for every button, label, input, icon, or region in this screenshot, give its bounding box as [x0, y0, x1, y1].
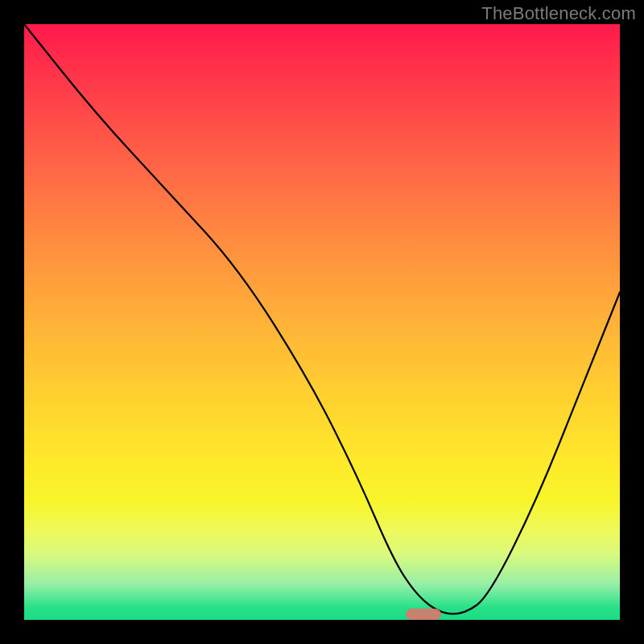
plot-area: [24, 24, 620, 620]
curve-svg: [24, 24, 620, 620]
chart-frame: TheBottleneck.com: [0, 0, 644, 644]
bottleneck-curve: [24, 24, 620, 614]
optimal-marker: [406, 609, 441, 620]
attribution-text: TheBottleneck.com: [481, 3, 636, 24]
